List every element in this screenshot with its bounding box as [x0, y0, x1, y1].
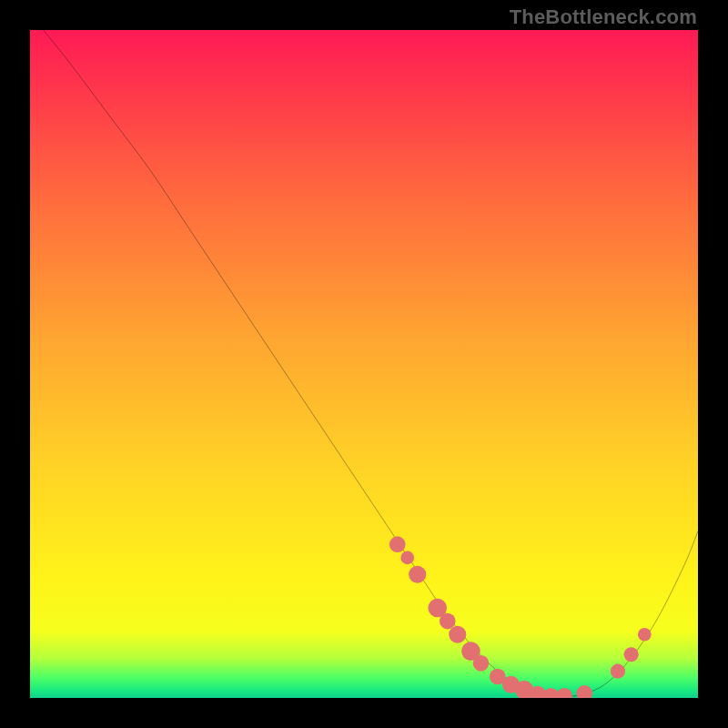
marker-left-6 — [449, 626, 466, 643]
marker-right-2 — [624, 647, 639, 662]
marker-left-3 — [409, 566, 426, 583]
bottleneck-curve — [44, 30, 698, 697]
marker-left-1 — [389, 536, 406, 552]
marker-bottom-7 — [576, 685, 592, 698]
chart-root: TheBottleneck.com — [0, 0, 728, 728]
marker-right-1 — [611, 664, 625, 679]
attribution-text: TheBottleneck.com — [510, 5, 697, 29]
marker-right-3 — [638, 628, 652, 642]
marker-left-8 — [473, 655, 490, 672]
curve-layer — [30, 30, 698, 698]
marker-bottom-6 — [556, 688, 572, 698]
marker-left-5 — [440, 613, 456, 630]
marker-left-2 — [400, 551, 414, 565]
plot-area — [30, 30, 698, 698]
data-markers — [389, 536, 652, 698]
